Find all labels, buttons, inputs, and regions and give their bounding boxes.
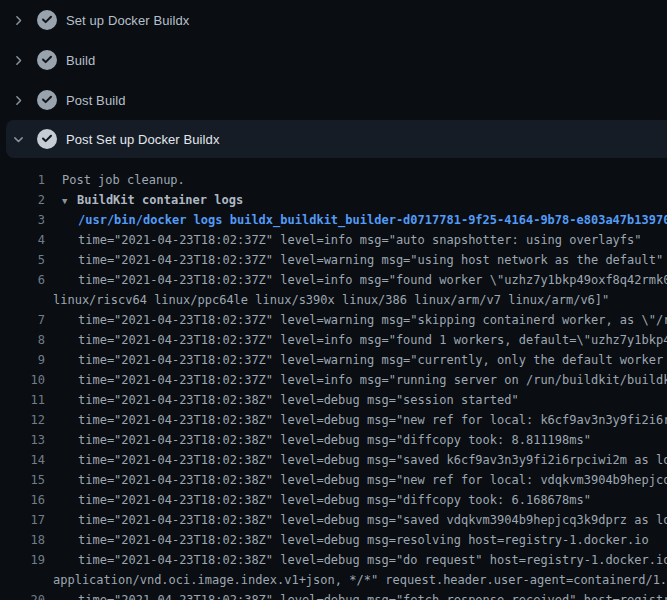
log-line-text: time="2021-04-23T18:02:38Z" level=debug …: [45, 510, 667, 530]
log-line-number[interactable]: 14: [0, 450, 45, 470]
log-line-text[interactable]: BuildKit container logs: [77, 193, 243, 207]
log-row: 12 time="2021-04-23T18:02:38Z" level=deb…: [0, 410, 667, 430]
log-row: 8 time="2021-04-23T18:02:37Z" level=info…: [0, 330, 667, 350]
log-line-text: time="2021-04-23T18:02:38Z" level=debug …: [45, 550, 667, 570]
log-line-number[interactable]: 18: [0, 530, 45, 550]
log-line-text: time="2021-04-23T18:02:38Z" level=debug …: [45, 390, 519, 410]
log-line-text: time="2021-04-23T18:02:37Z" level=info m…: [45, 230, 642, 250]
log-row: 3 /usr/bin/docker logs buildx_buildkit_b…: [0, 210, 667, 230]
step-row-collapsed[interactable]: Set up Docker Buildx: [0, 0, 667, 40]
log-line-text: ▼BuildKit container logs: [45, 190, 243, 210]
step-label: Post Build: [66, 93, 126, 108]
log-row: 2 ▼BuildKit container logs: [0, 190, 667, 210]
log-line-text[interactable]: /usr/bin/docker logs buildx_buildkit_bui…: [45, 210, 667, 230]
log-line-number[interactable]: 3: [0, 210, 45, 230]
log-row: 7 time="2021-04-23T18:02:37Z" level=warn…: [0, 310, 667, 330]
log-line-text: time="2021-04-23T18:02:38Z" level=debug …: [45, 450, 667, 470]
log-line-text: time="2021-04-23T18:02:38Z" level=debug …: [45, 490, 591, 510]
log-line-number[interactable]: [0, 290, 45, 310]
log-line-number[interactable]: 6: [0, 270, 45, 290]
log-line-text: linux/riscv64 linux/ppc64le linux/s390x …: [45, 290, 609, 310]
log-row: 18 time="2021-04-23T18:02:38Z" level=deb…: [0, 530, 667, 550]
log-line-number[interactable]: 2: [0, 190, 45, 210]
log-line-text: time="2021-04-23T18:02:37Z" level=info m…: [45, 370, 667, 390]
log-line-number[interactable]: 13: [0, 430, 45, 450]
log-row: 6 time="2021-04-23T18:02:37Z" level=info…: [0, 270, 667, 290]
step-row-collapsed[interactable]: Post Build: [0, 80, 667, 120]
log-line-number[interactable]: [0, 570, 45, 590]
log-line-number[interactable]: 16: [0, 490, 45, 510]
step-label: Post Set up Docker Buildx: [66, 132, 220, 147]
log-row: 9 time="2021-04-23T18:02:37Z" level=warn…: [0, 350, 667, 370]
log-line-number[interactable]: 20: [0, 590, 45, 600]
log-viewer: 1 Post job cleanup. 2 ▼BuildKit containe…: [0, 158, 667, 600]
log-row: 15 time="2021-04-23T18:02:38Z" level=deb…: [0, 470, 667, 490]
log-line-text: application/vnd.oci.image.index.v1+json,…: [45, 570, 667, 590]
log-line-text: time="2021-04-23T18:02:38Z" level=debug …: [45, 410, 667, 430]
log-row: 5 time="2021-04-23T18:02:37Z" level=warn…: [0, 250, 667, 270]
log-line-number[interactable]: 17: [0, 510, 45, 530]
log-row: 19 time="2021-04-23T18:02:38Z" level=deb…: [0, 550, 667, 570]
log-line-text: time="2021-04-23T18:02:37Z" level=warnin…: [45, 250, 663, 270]
log-line-number[interactable]: 12: [0, 410, 45, 430]
log-line-number[interactable]: 10: [0, 370, 45, 390]
log-row: linux/riscv64 linux/ppc64le linux/s390x …: [0, 290, 667, 310]
log-row: 11 time="2021-04-23T18:02:38Z" level=deb…: [0, 390, 667, 410]
log-line-number[interactable]: 15: [0, 470, 45, 490]
steps-list: Set up Docker Buildx Build Post Build Po…: [0, 0, 667, 158]
log-line-text: time="2021-04-23T18:02:38Z" level=debug …: [45, 590, 667, 600]
chevron-right-icon[interactable]: [10, 92, 26, 108]
check-circle-icon: [37, 10, 57, 30]
log-line-number[interactable]: 8: [0, 330, 45, 350]
log-line-number[interactable]: 5: [0, 250, 45, 270]
chevron-down-icon[interactable]: [10, 131, 26, 147]
check-circle-icon: [37, 90, 57, 110]
log-row: 4 time="2021-04-23T18:02:37Z" level=info…: [0, 230, 667, 250]
chevron-right-icon[interactable]: [10, 12, 26, 28]
check-circle-icon: [37, 129, 57, 149]
step-row-expanded[interactable]: Post Set up Docker Buildx: [6, 120, 667, 158]
log-row: 13 time="2021-04-23T18:02:38Z" level=deb…: [0, 430, 667, 450]
log-row: 17 time="2021-04-23T18:02:38Z" level=deb…: [0, 510, 667, 530]
log-row: application/vnd.oci.image.index.v1+json,…: [0, 570, 667, 590]
log-line-number[interactable]: 1: [0, 170, 45, 190]
group-triangle-icon[interactable]: ▼: [62, 191, 77, 211]
step-label: Set up Docker Buildx: [66, 13, 189, 28]
chevron-right-icon[interactable]: [10, 52, 26, 68]
log-row: 16 time="2021-04-23T18:02:38Z" level=deb…: [0, 490, 667, 510]
log-line-text: time="2021-04-23T18:02:37Z" level=info m…: [45, 270, 667, 290]
step-label: Build: [66, 53, 95, 68]
log-line-text: time="2021-04-23T18:02:38Z" level=debug …: [45, 470, 667, 490]
log-line-number[interactable]: 7: [0, 310, 45, 330]
log-row: 10 time="2021-04-23T18:02:37Z" level=inf…: [0, 370, 667, 390]
step-row-collapsed[interactable]: Build: [0, 40, 667, 80]
log-line-number[interactable]: 4: [0, 230, 45, 250]
log-line-number[interactable]: 11: [0, 390, 45, 410]
log-row: 1 Post job cleanup.: [0, 170, 667, 190]
log-line-text: time="2021-04-23T18:02:37Z" level=warnin…: [45, 310, 667, 330]
log-line-text: time="2021-04-23T18:02:38Z" level=debug …: [45, 430, 591, 450]
log-line-text: Post job cleanup.: [45, 170, 185, 190]
log-line-number[interactable]: 9: [0, 350, 45, 370]
check-circle-icon: [37, 50, 57, 70]
log-row: 20 time="2021-04-23T18:02:38Z" level=deb…: [0, 590, 667, 600]
log-line-text: time="2021-04-23T18:02:38Z" level=debug …: [45, 530, 649, 550]
log-line-text: time="2021-04-23T18:02:37Z" level=warnin…: [45, 350, 667, 370]
log-line-text: time="2021-04-23T18:02:37Z" level=info m…: [45, 330, 667, 350]
log-row: 14 time="2021-04-23T18:02:38Z" level=deb…: [0, 450, 667, 470]
log-line-number[interactable]: 19: [0, 550, 45, 570]
